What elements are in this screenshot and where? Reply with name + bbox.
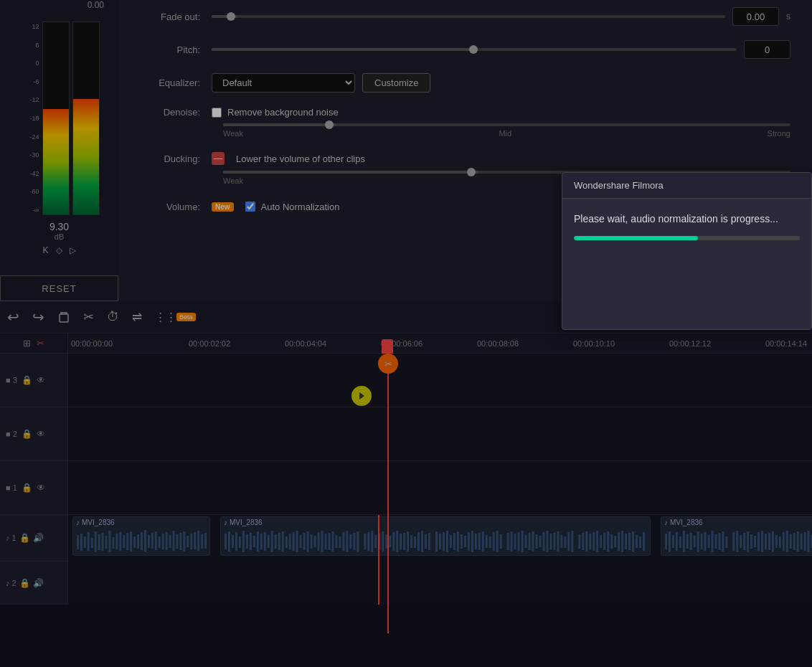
- modal-titlebar: Wondershare Filmora: [562, 173, 811, 199]
- modal-progress-fill: [574, 236, 698, 240]
- modal-overlay[interactable]: Wondershare Filmora Please wait, audio n…: [0, 0, 812, 667]
- modal-message: Please wait, audio normalization is prog…: [574, 213, 800, 224]
- modal-progress-track: [574, 236, 800, 240]
- modal-dialog: Wondershare Filmora Please wait, audio n…: [562, 172, 812, 330]
- modal-body: Please wait, audio normalization is prog…: [562, 199, 811, 255]
- modal-title: Wondershare Filmora: [574, 180, 664, 191]
